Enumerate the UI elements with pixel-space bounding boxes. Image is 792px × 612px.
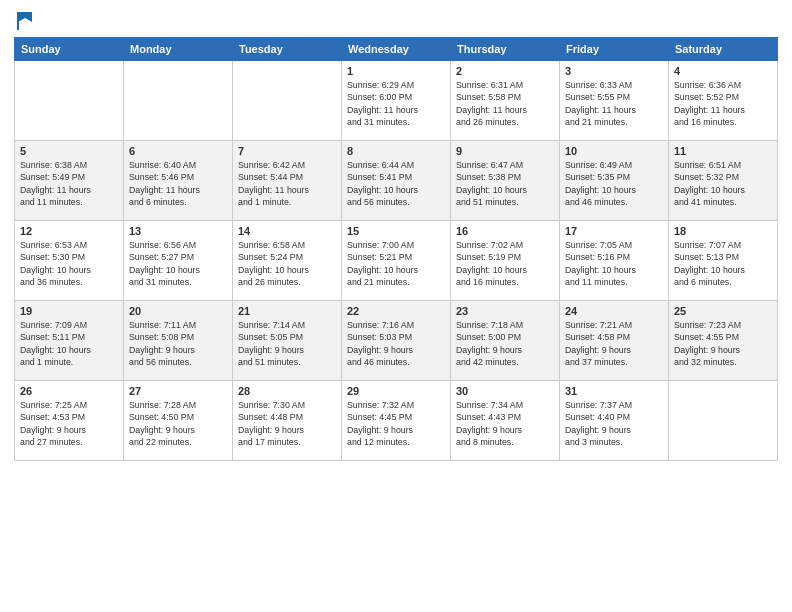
calendar-cell: 24Sunrise: 7:21 AM Sunset: 4:58 PM Dayli…: [560, 301, 669, 381]
calendar-cell: 9Sunrise: 6:47 AM Sunset: 5:38 PM Daylig…: [451, 141, 560, 221]
day-number: 18: [674, 225, 772, 237]
calendar-week-4: 19Sunrise: 7:09 AM Sunset: 5:11 PM Dayli…: [15, 301, 778, 381]
day-info: Sunrise: 7:32 AM Sunset: 4:45 PM Dayligh…: [347, 399, 445, 448]
day-info: Sunrise: 6:40 AM Sunset: 5:46 PM Dayligh…: [129, 159, 227, 208]
day-number: 11: [674, 145, 772, 157]
day-number: 15: [347, 225, 445, 237]
weekday-monday: Monday: [124, 38, 233, 61]
svg-marker-0: [18, 12, 32, 22]
day-info: Sunrise: 7:09 AM Sunset: 5:11 PM Dayligh…: [20, 319, 118, 368]
day-number: 22: [347, 305, 445, 317]
day-number: 17: [565, 225, 663, 237]
calendar-header: SundayMondayTuesdayWednesdayThursdayFrid…: [15, 38, 778, 61]
header: [14, 10, 778, 29]
weekday-sunday: Sunday: [15, 38, 124, 61]
calendar-cell: 22Sunrise: 7:16 AM Sunset: 5:03 PM Dayli…: [342, 301, 451, 381]
day-number: 27: [129, 385, 227, 397]
day-info: Sunrise: 6:31 AM Sunset: 5:58 PM Dayligh…: [456, 79, 554, 128]
logo-general: [14, 10, 34, 32]
day-info: Sunrise: 6:36 AM Sunset: 5:52 PM Dayligh…: [674, 79, 772, 128]
calendar-cell: 11Sunrise: 6:51 AM Sunset: 5:32 PM Dayli…: [669, 141, 778, 221]
day-info: Sunrise: 7:16 AM Sunset: 5:03 PM Dayligh…: [347, 319, 445, 368]
day-info: Sunrise: 7:30 AM Sunset: 4:48 PM Dayligh…: [238, 399, 336, 448]
day-info: Sunrise: 7:05 AM Sunset: 5:16 PM Dayligh…: [565, 239, 663, 288]
day-info: Sunrise: 6:56 AM Sunset: 5:27 PM Dayligh…: [129, 239, 227, 288]
day-number: 6: [129, 145, 227, 157]
calendar-cell: [124, 61, 233, 141]
calendar-cell: 28Sunrise: 7:30 AM Sunset: 4:48 PM Dayli…: [233, 381, 342, 461]
calendar-cell: 13Sunrise: 6:56 AM Sunset: 5:27 PM Dayli…: [124, 221, 233, 301]
day-number: 23: [456, 305, 554, 317]
calendar-cell: 3Sunrise: 6:33 AM Sunset: 5:55 PM Daylig…: [560, 61, 669, 141]
calendar-cell: 26Sunrise: 7:25 AM Sunset: 4:53 PM Dayli…: [15, 381, 124, 461]
logo-flag-icon: [16, 10, 34, 32]
page: SundayMondayTuesdayWednesdayThursdayFrid…: [0, 0, 792, 612]
calendar-cell: 25Sunrise: 7:23 AM Sunset: 4:55 PM Dayli…: [669, 301, 778, 381]
day-info: Sunrise: 7:21 AM Sunset: 4:58 PM Dayligh…: [565, 319, 663, 368]
calendar-cell: 23Sunrise: 7:18 AM Sunset: 5:00 PM Dayli…: [451, 301, 560, 381]
day-info: Sunrise: 7:18 AM Sunset: 5:00 PM Dayligh…: [456, 319, 554, 368]
calendar-cell: 2Sunrise: 6:31 AM Sunset: 5:58 PM Daylig…: [451, 61, 560, 141]
day-number: 25: [674, 305, 772, 317]
day-info: Sunrise: 6:58 AM Sunset: 5:24 PM Dayligh…: [238, 239, 336, 288]
weekday-thursday: Thursday: [451, 38, 560, 61]
day-number: 14: [238, 225, 336, 237]
calendar-cell: 16Sunrise: 7:02 AM Sunset: 5:19 PM Dayli…: [451, 221, 560, 301]
day-info: Sunrise: 7:07 AM Sunset: 5:13 PM Dayligh…: [674, 239, 772, 288]
day-number: 2: [456, 65, 554, 77]
calendar-cell: [233, 61, 342, 141]
calendar-cell: 31Sunrise: 7:37 AM Sunset: 4:40 PM Dayli…: [560, 381, 669, 461]
calendar-cell: [15, 61, 124, 141]
day-number: 21: [238, 305, 336, 317]
day-number: 19: [20, 305, 118, 317]
calendar-cell: 21Sunrise: 7:14 AM Sunset: 5:05 PM Dayli…: [233, 301, 342, 381]
day-number: 10: [565, 145, 663, 157]
weekday-wednesday: Wednesday: [342, 38, 451, 61]
day-number: 3: [565, 65, 663, 77]
calendar-cell: 5Sunrise: 6:38 AM Sunset: 5:49 PM Daylig…: [15, 141, 124, 221]
calendar-cell: 8Sunrise: 6:44 AM Sunset: 5:41 PM Daylig…: [342, 141, 451, 221]
day-info: Sunrise: 7:14 AM Sunset: 5:05 PM Dayligh…: [238, 319, 336, 368]
day-info: Sunrise: 6:53 AM Sunset: 5:30 PM Dayligh…: [20, 239, 118, 288]
day-info: Sunrise: 6:42 AM Sunset: 5:44 PM Dayligh…: [238, 159, 336, 208]
day-number: 9: [456, 145, 554, 157]
day-info: Sunrise: 6:51 AM Sunset: 5:32 PM Dayligh…: [674, 159, 772, 208]
day-number: 13: [129, 225, 227, 237]
calendar-cell: 1Sunrise: 6:29 AM Sunset: 6:00 PM Daylig…: [342, 61, 451, 141]
day-number: 8: [347, 145, 445, 157]
day-info: Sunrise: 7:00 AM Sunset: 5:21 PM Dayligh…: [347, 239, 445, 288]
calendar-cell: 19Sunrise: 7:09 AM Sunset: 5:11 PM Dayli…: [15, 301, 124, 381]
day-info: Sunrise: 7:28 AM Sunset: 4:50 PM Dayligh…: [129, 399, 227, 448]
day-number: 29: [347, 385, 445, 397]
day-number: 4: [674, 65, 772, 77]
calendar-week-2: 5Sunrise: 6:38 AM Sunset: 5:49 PM Daylig…: [15, 141, 778, 221]
day-number: 1: [347, 65, 445, 77]
day-info: Sunrise: 6:44 AM Sunset: 5:41 PM Dayligh…: [347, 159, 445, 208]
day-info: Sunrise: 6:38 AM Sunset: 5:49 PM Dayligh…: [20, 159, 118, 208]
weekday-friday: Friday: [560, 38, 669, 61]
calendar-cell: 18Sunrise: 7:07 AM Sunset: 5:13 PM Dayli…: [669, 221, 778, 301]
day-number: 12: [20, 225, 118, 237]
calendar-cell: 10Sunrise: 6:49 AM Sunset: 5:35 PM Dayli…: [560, 141, 669, 221]
calendar-week-3: 12Sunrise: 6:53 AM Sunset: 5:30 PM Dayli…: [15, 221, 778, 301]
calendar-cell: 27Sunrise: 7:28 AM Sunset: 4:50 PM Dayli…: [124, 381, 233, 461]
weekday-header-row: SundayMondayTuesdayWednesdayThursdayFrid…: [15, 38, 778, 61]
calendar-week-5: 26Sunrise: 7:25 AM Sunset: 4:53 PM Dayli…: [15, 381, 778, 461]
calendar-cell: 17Sunrise: 7:05 AM Sunset: 5:16 PM Dayli…: [560, 221, 669, 301]
day-info: Sunrise: 6:29 AM Sunset: 6:00 PM Dayligh…: [347, 79, 445, 128]
calendar-table: SundayMondayTuesdayWednesdayThursdayFrid…: [14, 37, 778, 461]
weekday-saturday: Saturday: [669, 38, 778, 61]
day-number: 7: [238, 145, 336, 157]
day-number: 20: [129, 305, 227, 317]
day-number: 16: [456, 225, 554, 237]
day-info: Sunrise: 6:47 AM Sunset: 5:38 PM Dayligh…: [456, 159, 554, 208]
calendar-body: 1Sunrise: 6:29 AM Sunset: 6:00 PM Daylig…: [15, 61, 778, 461]
day-number: 24: [565, 305, 663, 317]
day-number: 28: [238, 385, 336, 397]
day-number: 5: [20, 145, 118, 157]
day-info: Sunrise: 7:11 AM Sunset: 5:08 PM Dayligh…: [129, 319, 227, 368]
calendar-cell: [669, 381, 778, 461]
calendar-cell: 15Sunrise: 7:00 AM Sunset: 5:21 PM Dayli…: [342, 221, 451, 301]
day-number: 30: [456, 385, 554, 397]
calendar-cell: 6Sunrise: 6:40 AM Sunset: 5:46 PM Daylig…: [124, 141, 233, 221]
